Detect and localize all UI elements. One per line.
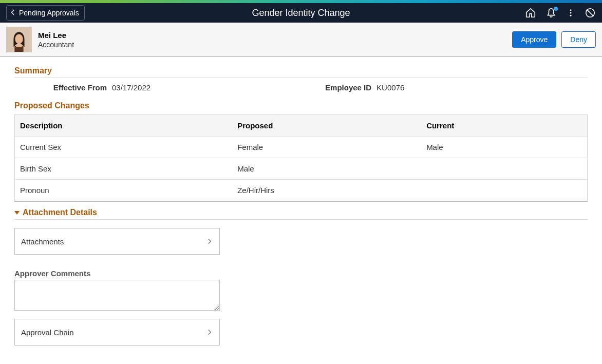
person-name: Mei Lee (38, 31, 74, 40)
approve-button[interactable]: Approve (512, 31, 556, 48)
summary-row: Effective From 03/17/2022 Employee ID KU… (14, 78, 588, 97)
cell-description: Pronoun (15, 180, 233, 202)
th-proposed: Proposed (232, 115, 421, 137)
page-title: Gender Identity Change (252, 8, 350, 18)
person-role: Accountant (38, 41, 74, 49)
effective-from-value: 03/17/2022 (112, 83, 150, 92)
effective-from-pair: Effective From 03/17/2022 (45, 83, 150, 92)
attachment-details-expander[interactable]: Attachment Details (14, 202, 588, 220)
employee-id-value: KU0076 (377, 83, 404, 92)
employee-id-label: Employee ID (325, 83, 371, 92)
triangle-down-icon (14, 211, 20, 215)
chevron-right-icon (206, 329, 213, 336)
approval-chain-label: Approval Chain (21, 328, 74, 337)
th-description: Description (15, 115, 233, 137)
person-bar: Mei Lee Accountant Approve Deny (0, 23, 602, 57)
svg-point-6 (15, 34, 23, 44)
avatar (6, 27, 32, 52)
attachments-row[interactable]: Attachments (14, 228, 220, 255)
approval-chain-row[interactable]: Approval Chain (14, 319, 220, 346)
kebab-menu-icon[interactable] (566, 7, 575, 18)
notifications-icon[interactable] (545, 7, 557, 18)
table-row: Birth Sex Male (15, 158, 588, 180)
header-bar: Pending Approvals Gender Identity Change (0, 3, 602, 23)
svg-line-4 (587, 10, 594, 16)
compass-icon[interactable] (585, 7, 596, 18)
cell-current (421, 180, 587, 202)
effective-from-label: Effective From (45, 83, 107, 92)
home-icon[interactable] (525, 7, 536, 18)
back-label: Pending Approvals (19, 9, 79, 17)
approver-comments-label: Approver Comments (14, 269, 588, 278)
content-area: Summary Effective From 03/17/2022 Employ… (0, 57, 602, 361)
cell-description: Current Sex (15, 137, 233, 158)
deny-button[interactable]: Deny (561, 31, 596, 48)
cell-current: Male (421, 137, 587, 158)
attachment-title: Attachment Details (23, 208, 97, 217)
notification-dot (554, 7, 558, 11)
proposed-changes-table: Description Proposed Current Current Sex… (14, 114, 588, 202)
chevron-left-icon (9, 8, 17, 18)
cell-proposed: Male (232, 158, 421, 180)
svg-point-1 (570, 12, 572, 14)
table-header-row: Description Proposed Current (15, 115, 588, 137)
cell-description: Birth Sex (15, 158, 233, 180)
back-button[interactable]: Pending Approvals (6, 5, 85, 21)
chevron-right-icon (206, 238, 213, 245)
proposed-title: Proposed Changes (14, 97, 588, 112)
cell-proposed: Ze/Hir/Hirs (232, 180, 421, 202)
table-row: Pronoun Ze/Hir/Hirs (15, 180, 588, 202)
cell-proposed: Female (232, 137, 421, 158)
summary-title: Summary (14, 62, 588, 78)
th-current: Current (421, 115, 587, 137)
cell-current (421, 158, 587, 180)
employee-id-pair: Employee ID KU0076 (325, 83, 404, 92)
table-row: Current Sex Female Male (15, 137, 588, 158)
attachments-label: Attachments (21, 237, 64, 246)
svg-point-0 (570, 9, 572, 11)
svg-point-2 (570, 15, 572, 16)
header-actions (525, 7, 596, 18)
person-info: Mei Lee Accountant (38, 31, 74, 49)
approver-comments-input[interactable] (14, 280, 220, 311)
action-buttons: Approve Deny (512, 31, 596, 48)
